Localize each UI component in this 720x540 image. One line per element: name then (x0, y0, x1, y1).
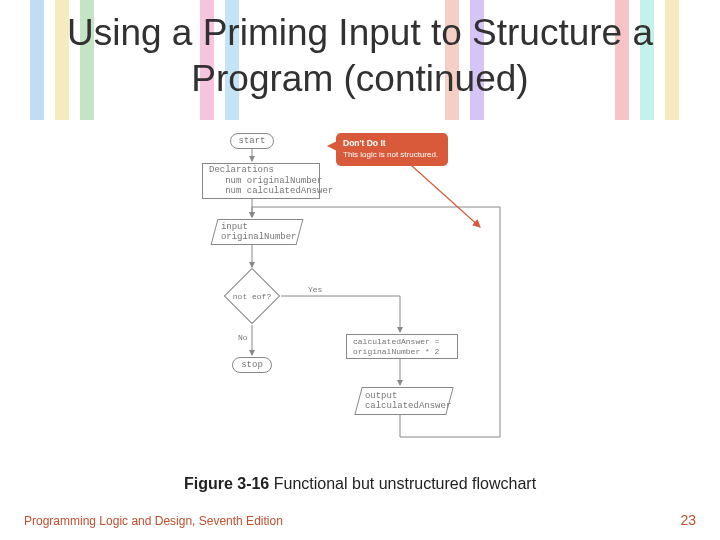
branch-no-label: No (238, 333, 248, 342)
flowchart-figure: start Declarations num originalNumber nu… (160, 127, 568, 465)
warning-callout: Don't Do It This logic is not structured… (336, 133, 448, 166)
warning-callout-body: This logic is not structured. (343, 150, 441, 160)
process-calc: calculatedAnswer = originalNumber * 2 (346, 334, 458, 359)
branch-yes-label: Yes (308, 285, 322, 294)
io-output: output calculatedAnswer (354, 387, 454, 415)
terminal-start: start (230, 133, 274, 149)
io-input: input originalNumber (211, 219, 304, 245)
io-input-text: input originalNumber (221, 222, 297, 243)
warning-callout-head: Don't Do It (343, 138, 441, 149)
decision-eof-label: not eof? (223, 267, 281, 325)
slide-title: Using a Priming Input to Structure a Pro… (0, 10, 720, 103)
process-declarations: Declarations num originalNumber num calc… (202, 163, 320, 199)
decision-eof: not eof? (223, 267, 281, 325)
svg-line-15 (402, 157, 480, 227)
footer-book-title: Programming Logic and Design, Seventh Ed… (24, 514, 283, 528)
io-output-text: output calculatedAnswer (365, 391, 451, 412)
figure-caption-text: Functional but unstructured flowchart (269, 475, 536, 492)
terminal-stop: stop (232, 357, 272, 373)
figure-caption-number: Figure 3-16 (184, 475, 269, 492)
figure-caption: Figure 3-16 Functional but unstructured … (0, 475, 720, 493)
footer-page-number: 23 (680, 512, 696, 528)
warning-callout-tail (327, 141, 337, 151)
